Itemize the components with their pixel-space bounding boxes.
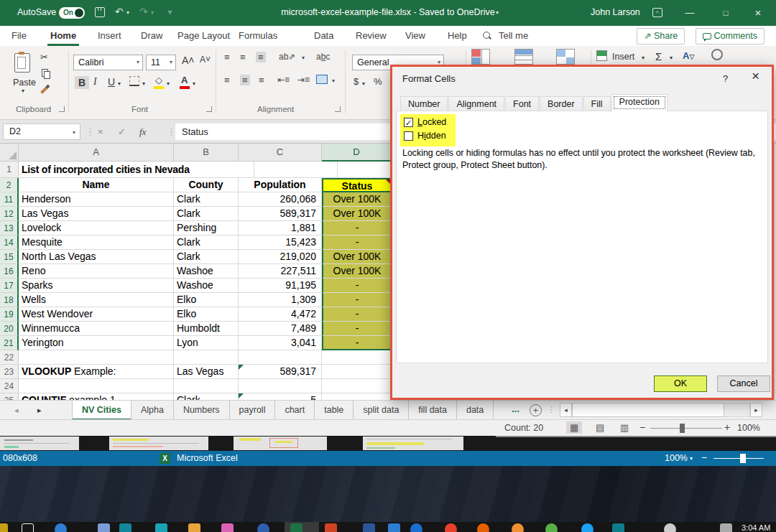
cell-C17[interactable]: 91,195 — [239, 279, 322, 293]
align-center-icon[interactable]: ≡ — [240, 75, 250, 85]
viewer-zoom-out-icon[interactable]: − — [701, 452, 707, 463]
more-sheets-ellipsis[interactable]: ... — [512, 403, 519, 414]
zoom-level[interactable]: 100% — [737, 423, 760, 433]
fill-color-caret-icon[interactable]: ▾ — [167, 80, 170, 87]
cell-A12[interactable]: Las Vegas — [19, 207, 174, 221]
cell-D21[interactable]: - — [322, 336, 392, 350]
clipboard-dialog-launcher[interactable] — [59, 106, 65, 112]
cell-C13[interactable]: 1,881 — [239, 221, 322, 235]
row-header-22[interactable]: 22 — [0, 350, 19, 365]
ribbon-tab-insert[interactable]: Insert — [98, 30, 121, 41]
dialog-close-icon[interactable]: × — [752, 68, 759, 84]
taskbar-icon-photos[interactable] — [188, 523, 200, 532]
cell-D2[interactable]: Status — [322, 178, 392, 192]
cell-A17[interactable]: Sparks — [19, 279, 174, 293]
row-header-11[interactable]: 11 — [0, 192, 19, 207]
cell-A18[interactable]: Wells — [19, 293, 174, 307]
sheet-tab-numbers[interactable]: Numbers — [174, 401, 230, 420]
cell-A13[interactable]: Lovelock — [19, 221, 174, 235]
merge-center-icon[interactable] — [316, 75, 328, 84]
row-header-19[interactable]: 19 — [0, 307, 19, 322]
dialog-tab-protection[interactable]: Protection — [611, 94, 668, 111]
sheet-tab-table[interactable]: table — [315, 401, 354, 420]
row-header-17[interactable]: 17 — [0, 279, 19, 293]
cell-B20[interactable]: Humboldt — [174, 322, 239, 336]
cell-B11[interactable]: Clark — [174, 192, 239, 207]
row-header-23[interactable]: 23 — [0, 365, 19, 379]
user-name[interactable]: John Larson — [591, 7, 640, 17]
copy-icon[interactable] — [42, 69, 48, 77]
dialog-tab-fill[interactable]: Fill — [583, 96, 611, 111]
percent-icon[interactable]: % — [374, 76, 382, 87]
cell-C1[interactable] — [254, 162, 338, 178]
cell-C22[interactable] — [239, 350, 322, 365]
insert-cells-icon[interactable] — [596, 50, 607, 61]
window-thumbnail[interactable] — [363, 437, 463, 450]
row-header-16[interactable]: 16 — [0, 264, 19, 279]
ribbon-tab-file[interactable]: File — [11, 30, 27, 41]
cell-C23[interactable]: 589,317 — [239, 365, 322, 379]
cell-C2[interactable]: Population — [239, 178, 322, 192]
taskbar-icon-word[interactable] — [363, 523, 375, 532]
ribbon-tab-view[interactable]: View — [405, 30, 425, 41]
sheet-nav-right-icon[interactable]: ▸ — [37, 406, 42, 415]
taskbar-icon-excel[interactable] — [290, 523, 302, 532]
select-all-corner[interactable] — [0, 144, 19, 162]
minimize-button[interactable]: — — [679, 0, 701, 26]
cut-icon[interactable]: ✂ — [40, 52, 48, 62]
hscroll-right-icon[interactable]: ▸ — [750, 403, 762, 417]
close-button[interactable]: × — [747, 0, 769, 26]
dialog-tab-alignment[interactable]: Alignment — [448, 96, 504, 111]
bold-button[interactable]: B — [75, 76, 89, 89]
shrink-font-icon[interactable]: A˅ — [200, 55, 211, 65]
hidden-checkbox[interactable] — [404, 131, 413, 141]
autosum-caret-icon[interactable]: ▾ — [670, 55, 673, 61]
cell-D22[interactable] — [322, 350, 392, 365]
cell-D18[interactable]: - — [322, 293, 392, 307]
cell-D11[interactable]: Over 100K — [322, 192, 392, 207]
column-header-C[interactable]: C — [239, 144, 322, 162]
cell-D20[interactable]: - — [322, 322, 392, 336]
font-color-caret-icon[interactable]: ▾ — [193, 80, 195, 87]
sheet-tab-fill-data[interactable]: fill data — [409, 401, 457, 420]
cell-A14[interactable]: Mesquite — [19, 235, 174, 250]
underline-caret-icon[interactable]: ▾ — [118, 80, 121, 87]
cell-B12[interactable]: Clark — [174, 207, 239, 221]
hscroll-thumb[interactable] — [572, 403, 724, 417]
sheet-tab-chart[interactable]: chart — [275, 401, 315, 420]
insert-caret-icon[interactable]: ▾ — [642, 55, 645, 61]
ribbon-tab-home[interactable]: Home — [50, 30, 76, 41]
sort-filter-icon[interactable]: A▽ — [683, 50, 694, 61]
cell-A24[interactable] — [19, 379, 174, 393]
cell-B16[interactable]: Washoe — [174, 264, 239, 279]
cell-A20[interactable]: Winnemucca — [19, 322, 174, 336]
cell-B14[interactable]: Clark — [174, 235, 239, 250]
taskbar-icon-app-red[interactable] — [445, 523, 457, 532]
new-sheet-button[interactable]: + — [530, 404, 542, 416]
cell-C11[interactable]: 260,068 — [239, 192, 322, 207]
cell-styles-icon[interactable] — [556, 49, 575, 65]
font-color-icon[interactable]: A — [181, 75, 188, 85]
cell-D12[interactable]: Over 100K — [322, 207, 392, 221]
row-header-13[interactable]: 13 — [0, 221, 19, 235]
page-layout-view-icon[interactable]: ▤ — [592, 421, 608, 434]
ribbon-tab-draw[interactable]: Draw — [141, 30, 162, 41]
taskbar-icon-twitter[interactable] — [581, 523, 593, 532]
autosum-icon[interactable]: Σ — [655, 50, 662, 62]
taskbar-icon-task-view[interactable] — [22, 523, 34, 532]
align-left-icon[interactable]: ≡ — [224, 75, 230, 85]
fill-color-icon[interactable]: ◇ — [155, 75, 162, 85]
cell-D23[interactable] — [322, 365, 392, 379]
cell-A19[interactable]: West Wendover — [19, 307, 174, 322]
cell-D17[interactable]: - — [322, 279, 392, 293]
cell-C16[interactable]: 227,511 — [239, 264, 322, 279]
dialog-tab-number[interactable]: Number — [400, 96, 448, 111]
locked-checkbox[interactable]: ✓ — [404, 118, 413, 127]
cell-C20[interactable]: 7,489 — [239, 322, 322, 336]
taskbar-icon-user-tray[interactable] — [664, 523, 676, 532]
font-dialog-launcher[interactable] — [206, 106, 212, 112]
cell-B17[interactable]: Washoe — [174, 279, 239, 293]
hscroll-left-icon[interactable]: ◂ — [560, 403, 572, 417]
cell-A21[interactable]: Yerington — [19, 336, 174, 350]
cell-C12[interactable]: 589,317 — [239, 207, 322, 221]
